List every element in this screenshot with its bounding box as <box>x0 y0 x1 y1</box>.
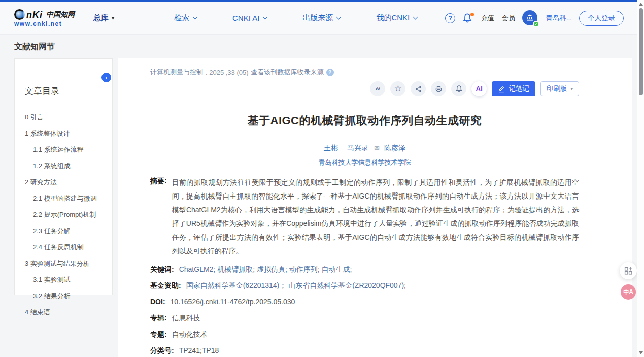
translate-button[interactable]: 中A <box>621 284 636 300</box>
article-title: 基于AIGC的机械臂抓取动作序列自动生成研究 <box>150 113 579 128</box>
album-row: 专辑: 信息科技 <box>150 313 579 323</box>
toc-item[interactable]: 2.4 任务反思机制 <box>15 239 112 255</box>
scrollbar-thumb[interactable] <box>639 8 643 95</box>
keywords-row: 关键词: ChatGLM2; 机械臂抓取; 虚拟仿真; 动作序列; 自动生成; <box>150 264 579 274</box>
cnki-url: www.cnki.net <box>14 21 75 27</box>
page-title: 文献知网节 <box>14 42 644 52</box>
main-nav: 检索 CNKI AI 出版来源 我的CNKI <box>174 13 417 23</box>
avatar[interactable]: ✓ <box>522 10 538 26</box>
topic-value: 自动化技术 <box>172 329 579 339</box>
translate-icon: 中A <box>623 289 633 295</box>
quick-apps-button[interactable] <box>620 262 637 279</box>
cite-button[interactable]: “ <box>370 81 385 96</box>
author-link[interactable]: 马兴录 <box>347 144 368 152</box>
corresponding-author-mail-icon: ✉ <box>374 144 380 152</box>
toc-item[interactable]: 0 引言 <box>15 109 112 125</box>
clc-value: TP241;TP18 <box>179 345 579 355</box>
toc-item[interactable]: 3 实验测试与结果分析 <box>15 255 112 272</box>
toc-item[interactable]: 1 系统整体设计 <box>15 125 112 142</box>
journal-line: 计算机测量与控制 . 2025 ,33 (05) 查看该刊数据库收录来源 ? <box>150 68 579 77</box>
verified-check-icon: ✓ <box>533 21 539 27</box>
header-divider <box>84 12 84 25</box>
author-list: 王彬马兴录✉陈彦泽 <box>150 144 579 153</box>
cnki-zh-wordmark: 中国知网 <box>46 11 75 18</box>
share-icon <box>415 85 422 93</box>
toc-item[interactable]: 2.1 模型的搭建与微调 <box>15 190 112 207</box>
clc-label: 分类号: <box>150 345 174 355</box>
favorite-button[interactable]: ☆ <box>390 81 405 96</box>
cnki-globe-icon <box>14 9 25 20</box>
cnki-wordmark: nKi <box>26 10 43 19</box>
keywords-links[interactable]: ChatGLM2; 机械臂抓取; 虚拟仿真; 动作序列; 自动生成; <box>179 264 579 274</box>
topic-label: 专题: <box>150 329 167 339</box>
print-button[interactable] <box>431 81 446 96</box>
personal-login-button[interactable]: 个人登录 <box>579 11 624 26</box>
main-header: nKi 中国知网 www.cnki.net 总库 ▾ 检索 CNKI AI 出版… <box>0 2 644 35</box>
abstract-label: 摘要: <box>150 176 167 258</box>
chevron-down-icon <box>263 15 268 20</box>
affiliation-link[interactable]: 青岛科技大学信息科学技术学院 <box>150 158 579 167</box>
notification-badge <box>470 13 474 16</box>
doi-row: DOI: 10.16526/j.cnki.11-4762/tp.2025.05.… <box>150 297 579 307</box>
notification-bell-icon[interactable] <box>462 13 473 24</box>
topic-row: 专题: 自动化技术 <box>150 329 579 339</box>
quote-icon: “ <box>375 85 381 98</box>
doi-value: 10.16526/j.cnki.11-4762/tp.2025.05.030 <box>171 297 579 307</box>
caret-down-icon: ▾ <box>112 15 114 21</box>
toc-item[interactable]: 3.2 结果分析 <box>15 288 112 304</box>
caret-down-icon: ▾ <box>570 86 573 91</box>
recharge-link[interactable]: 充值 <box>481 14 494 23</box>
alert-button[interactable] <box>451 81 466 96</box>
author-link[interactable]: 王彬 <box>324 144 338 152</box>
toc-item[interactable]: 1.2 系统组成 <box>15 158 112 174</box>
username-label[interactable]: 青岛科... <box>546 14 572 23</box>
chevron-down-icon <box>413 15 418 20</box>
database-selector-label: 总库 <box>93 13 109 23</box>
journal-issue: . 2025 ,33 (05) <box>206 69 249 76</box>
print-edition-button[interactable]: 印刷版 ▾ <box>540 81 579 96</box>
author-link[interactable]: 陈彦泽 <box>384 144 405 152</box>
apps-plus-icon <box>624 267 633 275</box>
journal-link[interactable]: 计算机测量与控制 <box>150 68 203 77</box>
toc-title: 文章目录 <box>25 85 112 97</box>
abstract-text: 目前的抓取规划方法往往受限于预定义的规则或手工制定的动作序列，限制了其适用性和灵… <box>172 176 579 258</box>
pen-icon <box>498 85 505 93</box>
help-icon[interactable]: ? <box>445 13 455 23</box>
clc-row: 分类号: TP241;TP18 <box>150 345 579 355</box>
scrollbar[interactable] <box>637 0 644 357</box>
nav-publication-source[interactable]: 出版来源 <box>302 13 341 23</box>
article-panel: 计算机测量与控制 . 2025 ,33 (05) 查看该刊数据库收录来源 ? “… <box>118 58 632 357</box>
share-button[interactable] <box>411 81 426 96</box>
article-meta: 摘要: 目前的抓取规划方法往往受限于预定义的规则或手工制定的动作序列，限制了其适… <box>150 176 579 355</box>
nav-search[interactable]: 检索 <box>174 13 197 23</box>
member-link[interactable]: 会员 <box>501 14 515 23</box>
database-selector[interactable]: 总库 ▾ <box>93 13 114 23</box>
journal-help-icon[interactable]: ? <box>326 69 334 76</box>
doi-label: DOI: <box>150 297 165 307</box>
album-value: 信息科技 <box>172 313 579 323</box>
sidebar-collapse-button[interactable]: ‹ <box>101 73 111 82</box>
toc-list: 0 引言 1 系统整体设计 1.1 系统运作流程 1.2 系统组成 2 研究方法… <box>15 109 112 320</box>
toc-item[interactable]: 2.2 提示(Prompt)机制 <box>15 207 112 223</box>
star-icon: ☆ <box>394 83 402 94</box>
toc-item[interactable]: 1.1 系统运作流程 <box>15 142 112 158</box>
abstract-row: 摘要: 目前的抓取规划方法往往受限于预定义的规则或手工制定的动作序列，限制了其适… <box>150 176 579 258</box>
toc-item[interactable]: 3.1 实验测试 <box>15 272 112 288</box>
take-notes-button[interactable]: 记笔记 <box>492 81 535 96</box>
nav-my-cnki[interactable]: 我的CNKI <box>376 13 417 23</box>
printer-icon <box>435 85 443 93</box>
cnki-logo[interactable]: nKi 中国知网 www.cnki.net <box>14 9 75 27</box>
nav-cnki-ai[interactable]: CNKI AI <box>232 13 267 23</box>
keywords-label: 关键词: <box>150 264 174 274</box>
funding-links[interactable]: 国家自然科学基金(62201314)； 山东省自然科学基金(ZR2020QF00… <box>186 280 579 290</box>
chevron-down-icon <box>336 15 342 20</box>
toc-item[interactable]: 4 结束语 <box>15 304 112 320</box>
toc-item[interactable]: 2.3 任务分解 <box>15 223 112 239</box>
ai-button[interactable]: AI <box>471 81 487 96</box>
toc-item[interactable]: 2 研究方法 <box>15 174 112 190</box>
journal-source-link[interactable]: 查看该刊数据库收录来源 <box>251 68 324 77</box>
album-label: 专辑: <box>150 313 167 323</box>
chevron-down-icon <box>193 15 198 20</box>
scroll-up-arrow[interactable] <box>639 3 643 6</box>
scroll-down-arrow[interactable] <box>639 351 643 354</box>
